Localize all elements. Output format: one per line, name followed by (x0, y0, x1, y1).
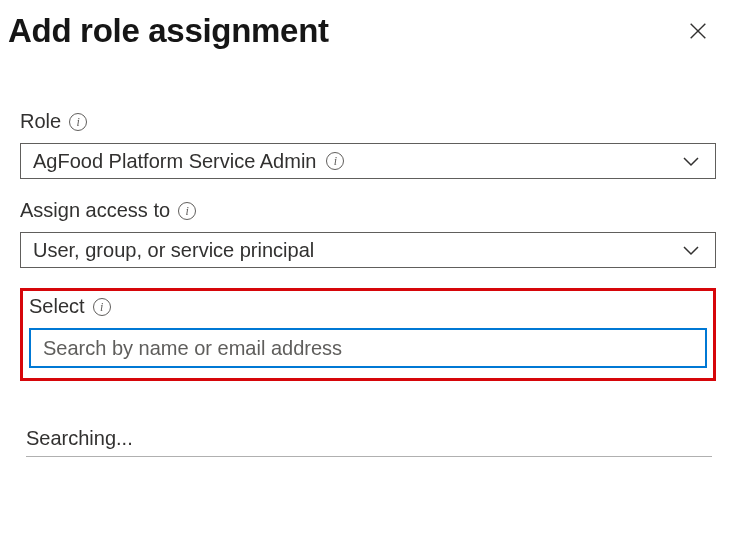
assign-access-selected-text: User, group, or service principal (33, 239, 314, 262)
role-field: Role i AgFood Platform Service Admin i (20, 110, 716, 179)
chevron-down-icon (679, 238, 703, 262)
close-icon (687, 20, 709, 42)
info-icon[interactable]: i (326, 152, 344, 170)
panel-header: Add role assignment (0, 0, 736, 50)
assign-access-field: Assign access to i User, group, or servi… (20, 199, 716, 268)
role-label-row: Role i (20, 110, 716, 133)
chevron-down-icon (679, 149, 703, 173)
assign-access-dropdown[interactable]: User, group, or service principal (20, 232, 716, 268)
select-field-highlighted: Select i (20, 288, 716, 381)
role-dropdown[interactable]: AgFood Platform Service Admin i (20, 143, 716, 179)
role-dropdown-value: AgFood Platform Service Admin i (33, 150, 679, 173)
role-label: Role (20, 110, 61, 133)
panel-title: Add role assignment (8, 12, 329, 50)
assign-access-dropdown-value: User, group, or service principal (33, 239, 679, 262)
search-status-section: Searching... (20, 427, 716, 457)
select-label: Select (29, 295, 85, 318)
search-status-text: Searching... (26, 427, 712, 457)
role-selected-text: AgFood Platform Service Admin (33, 150, 316, 173)
select-label-row: Select i (29, 295, 707, 318)
info-icon[interactable]: i (178, 202, 196, 220)
info-icon[interactable]: i (69, 113, 87, 131)
select-search-input[interactable] (29, 328, 707, 368)
close-button[interactable] (684, 17, 712, 45)
form-body: Role i AgFood Platform Service Admin i A… (0, 110, 736, 457)
assign-access-label: Assign access to (20, 199, 170, 222)
assign-access-label-row: Assign access to i (20, 199, 716, 222)
info-icon[interactable]: i (93, 298, 111, 316)
